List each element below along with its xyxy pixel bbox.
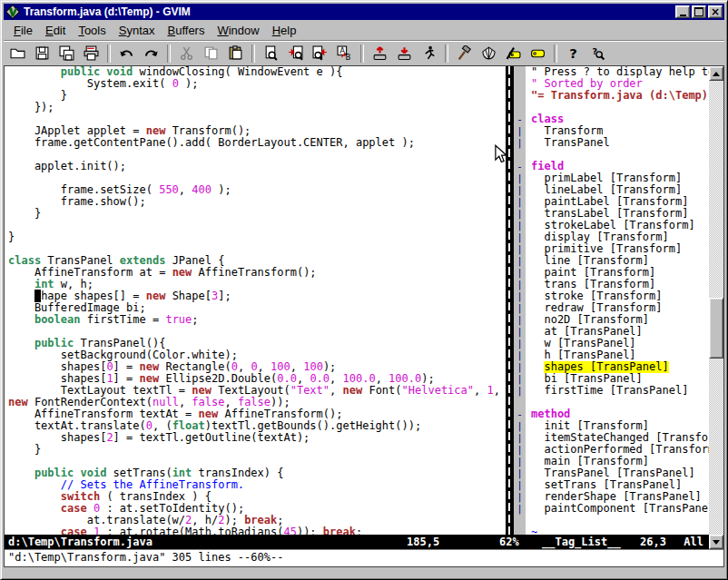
scrollbar-up-button[interactable] bbox=[709, 66, 723, 81]
cut-button[interactable] bbox=[175, 43, 198, 64]
code-line: }); bbox=[8, 102, 506, 113]
run-script-button[interactable] bbox=[418, 43, 440, 64]
save-button[interactable] bbox=[31, 43, 54, 64]
taglist-item[interactable]: | bi [TransPanel] bbox=[514, 373, 709, 385]
taglist-text: strokeLabel [Transform] bbox=[526, 220, 695, 231]
taglist-item[interactable]: -field bbox=[514, 161, 709, 172]
menu-buffers[interactable]: Buffers bbox=[161, 22, 211, 39]
taglist-item[interactable]: | stroke [Transform] bbox=[514, 290, 709, 302]
taglist-item[interactable]: | main [Transform] bbox=[514, 456, 709, 467]
taglist-item[interactable]: | strokeLabel [Transform] bbox=[514, 220, 709, 231]
taglist-item[interactable]: | primitive [Transform] bbox=[514, 243, 709, 255]
menu-syntax[interactable]: Syntax bbox=[113, 22, 162, 39]
vim-logo-icon[interactable] bbox=[5, 5, 20, 19]
taglist-item[interactable]: | h [TransPanel] bbox=[514, 349, 709, 361]
taglist-item[interactable]: | at [TransPanel] bbox=[514, 326, 709, 338]
build-tags-button[interactable] bbox=[502, 43, 525, 64]
open-button[interactable] bbox=[6, 43, 29, 64]
fold-column bbox=[514, 526, 526, 535]
find-help-button[interactable]: ? bbox=[586, 43, 609, 64]
fold-bar-icon: | bbox=[514, 208, 526, 220]
make-button[interactable] bbox=[453, 43, 476, 64]
fold-bar-icon: | bbox=[514, 432, 526, 444]
taglist-item[interactable]: | TransPanel bbox=[514, 137, 709, 149]
find-prev-button[interactable] bbox=[309, 43, 331, 64]
print-button[interactable] bbox=[80, 43, 103, 64]
taglist-item[interactable]: | lineLabel [Transform] bbox=[514, 184, 709, 196]
menu-edit[interactable]: Edit bbox=[39, 22, 72, 39]
toolbar-separator bbox=[251, 44, 255, 63]
taglist-item[interactable]: -class bbox=[514, 113, 709, 125]
taglist-item[interactable]: | shapes [TransPanel] bbox=[514, 361, 709, 373]
taglist-item[interactable]: | trans [Transform] bbox=[514, 279, 709, 290]
help-button[interactable]: ? bbox=[562, 43, 585, 64]
taglist-text: itemStateChanged [Transfor bbox=[526, 432, 709, 444]
minimize-button[interactable] bbox=[675, 5, 690, 18]
redo-button[interactable] bbox=[140, 43, 162, 64]
taglist-text: renderShape [TransPanel] bbox=[526, 491, 702, 503]
code-line: } bbox=[8, 231, 506, 243]
fold-open-icon[interactable]: - bbox=[514, 408, 526, 420]
taglist-item[interactable]: | init [Transform] bbox=[514, 420, 709, 432]
toolbar-separator bbox=[107, 44, 111, 63]
taglist-item[interactable]: | redraw [Transform] bbox=[514, 302, 709, 314]
find-next-button[interactable] bbox=[284, 43, 307, 64]
fold-open-icon[interactable]: - bbox=[514, 161, 526, 172]
taglist-item[interactable]: | no2D [Transform] bbox=[514, 314, 709, 326]
editor-window[interactable]: public void windowClosing( WindowEvent e… bbox=[5, 66, 506, 535]
taglist-text: TransPanel bbox=[526, 137, 610, 149]
menu-tools[interactable]: Tools bbox=[72, 22, 112, 39]
copy-button[interactable] bbox=[200, 43, 222, 64]
taglist-item[interactable]: | primLabel [Transform] bbox=[514, 172, 709, 184]
taglist-item[interactable]: | TransPanel [TransPanel] bbox=[514, 467, 709, 479]
taglist-item[interactable]: | paintLabel [Transform] bbox=[514, 196, 709, 208]
undo-button[interactable] bbox=[115, 43, 138, 64]
taglist-text: method bbox=[526, 408, 570, 420]
fold-bar-icon: | bbox=[514, 326, 526, 338]
taglist-item[interactable]: -method bbox=[514, 408, 709, 420]
taglist-item[interactable]: | transLabel [Transform] bbox=[514, 208, 709, 220]
jump-tag-button[interactable] bbox=[526, 43, 549, 64]
taglist-item[interactable]: | renderShape [TransPanel] bbox=[514, 491, 709, 503]
scrollbar-track[interactable] bbox=[709, 81, 723, 535]
menu-window[interactable]: Window bbox=[211, 22, 265, 39]
menu-help[interactable]: Help bbox=[266, 22, 303, 39]
find-button[interactable] bbox=[260, 43, 282, 64]
menu-file[interactable]: File bbox=[7, 22, 39, 39]
find-help-icon: ? bbox=[590, 45, 605, 61]
scrollbar-down-button[interactable] bbox=[709, 535, 723, 549]
load-session-button[interactable] bbox=[369, 43, 391, 64]
taglist-item[interactable]: | paintComponent [TransPanel bbox=[514, 503, 709, 515]
taglist-item[interactable]: | w [TransPanel] bbox=[514, 338, 709, 349]
taglist-item[interactable]: | Transform bbox=[514, 125, 709, 137]
paste-button[interactable] bbox=[224, 43, 247, 64]
taglist-text: transLabel [Transform] bbox=[526, 208, 688, 220]
window-title: Transform.java (d:\Temp) - GVIM bbox=[24, 5, 674, 18]
taglist-text: Transform bbox=[526, 125, 603, 137]
close-button[interactable]: × bbox=[708, 5, 723, 18]
status-tag-cursor: 26,3 bbox=[640, 535, 666, 549]
taglist-item[interactable]: | setTrans [TransPanel] bbox=[514, 479, 709, 491]
save-session-button[interactable] bbox=[393, 43, 416, 64]
svg-text:B: B bbox=[346, 53, 351, 61]
taglist-text: class bbox=[526, 113, 564, 125]
taglist-item[interactable]: | paint [Transform] bbox=[514, 267, 709, 279]
taglist-item[interactable]: | line [Transform] bbox=[514, 255, 709, 267]
window-split-separator[interactable] bbox=[506, 66, 514, 535]
scrollbar-thumb[interactable] bbox=[709, 298, 723, 359]
taglist-row: " Press ? to display help te bbox=[514, 66, 709, 78]
replace-button[interactable]: AB bbox=[333, 43, 356, 64]
taglist-text: TransPanel [TransPanel] bbox=[526, 467, 695, 479]
fold-bar-icon: | bbox=[514, 220, 526, 231]
taglist-item[interactable]: | actionPerformed [Transform bbox=[514, 444, 709, 456]
save-all-button[interactable] bbox=[55, 43, 78, 64]
taglist-item[interactable]: | display [Transform] bbox=[514, 231, 709, 243]
fold-open-icon[interactable]: - bbox=[514, 113, 526, 125]
shell-button[interactable] bbox=[477, 43, 500, 64]
taglist-item[interactable]: | firstTime [TransPanel] bbox=[514, 385, 709, 397]
code-line: } bbox=[8, 444, 506, 456]
taglist-item[interactable]: | itemStateChanged [Transfor bbox=[514, 432, 709, 444]
taglist-window[interactable]: " Press ? to display help te" Sorted by … bbox=[514, 66, 709, 535]
copy-icon bbox=[203, 45, 219, 61]
maximize-button[interactable] bbox=[692, 5, 706, 18]
